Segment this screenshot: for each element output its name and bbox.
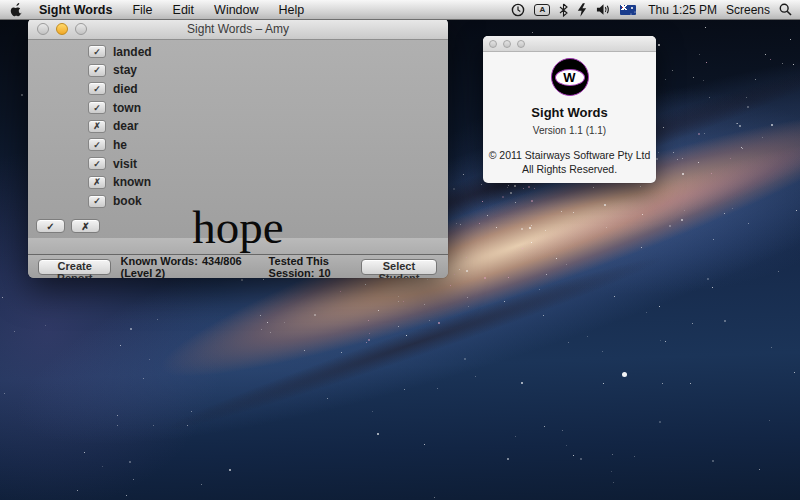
mark-correct-button[interactable]: ✓: [36, 219, 65, 233]
input-language-flag-icon[interactable]: [620, 5, 636, 15]
mark-buttons: ✓ ✗: [36, 219, 100, 233]
title-bar[interactable]: Sight Words – Amy: [28, 18, 448, 40]
word-row: ✓visit: [88, 157, 152, 170]
word-row: ✓he: [88, 138, 152, 151]
time-machine-icon[interactable]: [511, 3, 525, 17]
apple-menu-icon[interactable]: [10, 2, 23, 17]
about-title-bar[interactable]: [483, 36, 656, 52]
word-checkbox[interactable]: ✗: [88, 120, 106, 133]
menu-file[interactable]: File: [132, 3, 152, 17]
about-copyright: © 2011 Stairways Software Pty Ltd All Ri…: [489, 148, 651, 176]
logo-letter: W: [563, 70, 575, 85]
menu-window[interactable]: Window: [214, 3, 258, 17]
word-row: ✗known: [88, 176, 152, 189]
word-list: ✓landed✓stay✓died✓town✗dear✓he✓visit✗kno…: [88, 45, 152, 208]
volume-icon[interactable]: [596, 3, 611, 16]
word-checkbox[interactable]: ✓: [88, 64, 106, 77]
tested-session-stat: Tested This Session:10: [269, 255, 361, 279]
word-row: ✓stay: [88, 64, 152, 77]
menu-bar-clock[interactable]: Thu 1:25 PM: [648, 3, 717, 17]
word-label: he: [113, 138, 127, 152]
word-label: stay: [113, 63, 137, 77]
word-checkbox[interactable]: ✓: [88, 157, 106, 170]
word-checkbox[interactable]: ✗: [88, 176, 106, 189]
menu-app[interactable]: Sight Words: [39, 3, 112, 17]
menu-bar: Sight Words File Edit Window Help A Thu …: [0, 0, 800, 20]
word-checkbox[interactable]: ✓: [88, 82, 106, 95]
status-bar: Create Report Known Words:434/806 (Level…: [28, 254, 448, 278]
about-app-name: Sight Words: [531, 105, 607, 120]
window-title: Sight Words – Amy: [28, 22, 448, 36]
word-checkbox[interactable]: ✓: [88, 138, 106, 151]
about-zoom-button[interactable]: [517, 40, 525, 48]
lightning-bolt-icon[interactable]: [577, 3, 587, 17]
about-close-button[interactable]: [489, 40, 497, 48]
word-label: died: [113, 82, 138, 96]
bluetooth-icon[interactable]: [559, 3, 568, 17]
word-label: visit: [113, 157, 137, 171]
word-label: landed: [113, 45, 152, 59]
word-label: town: [113, 101, 141, 115]
app-logo: W: [551, 58, 589, 96]
about-minimize-button[interactable]: [503, 40, 511, 48]
word-checkbox[interactable]: ✓: [88, 101, 106, 114]
menu-help[interactable]: Help: [279, 3, 305, 17]
word-row: ✓town: [88, 101, 152, 114]
about-version: Version 1.1 (1.1): [533, 125, 606, 136]
tested-session-value: 10: [318, 267, 330, 279]
create-report-button[interactable]: Create Report: [38, 259, 111, 275]
word-row: ✗dear: [88, 120, 152, 133]
known-words-stat: Known Words:434/806 (Level 2): [120, 255, 244, 279]
word-checkbox[interactable]: ✓: [88, 45, 106, 58]
known-words-label: Known Words:: [120, 255, 197, 267]
logo-eye-shape: W: [555, 69, 585, 86]
about-window: W Sight Words Version 1.1 (1.1) © 2011 S…: [483, 36, 656, 183]
keyboard-viewer-icon[interactable]: A: [534, 4, 550, 16]
spotlight-icon[interactable]: [779, 3, 792, 16]
word-label: dear: [113, 119, 138, 133]
sight-words-window: Sight Words – Amy ✓landed✓stay✓died✓town…: [28, 18, 448, 278]
menu-edit[interactable]: Edit: [173, 3, 195, 17]
menu-bar-screens[interactable]: Screens: [726, 3, 770, 17]
word-row: ✓landed: [88, 45, 152, 58]
select-student-button[interactable]: Select Student: [361, 259, 437, 275]
word-row: ✓died: [88, 82, 152, 95]
word-label: known: [113, 175, 151, 189]
mark-wrong-button[interactable]: ✗: [71, 219, 100, 233]
